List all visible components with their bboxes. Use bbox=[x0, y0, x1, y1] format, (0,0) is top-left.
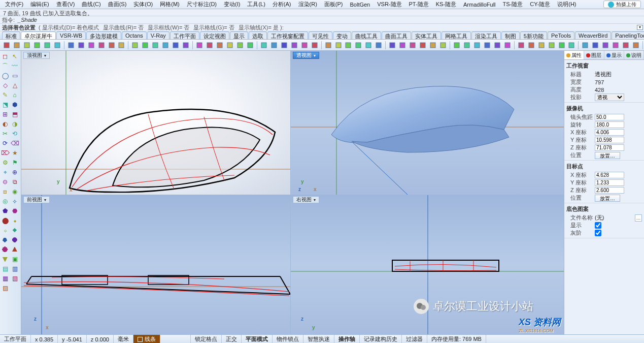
prop-lens-input[interactable] bbox=[595, 114, 624, 120]
upload-button[interactable]: 拍摄上传 bbox=[603, 1, 641, 8]
toolbar-btn-24[interactable] bbox=[259, 41, 268, 50]
toolbar-btn-45[interactable] bbox=[483, 41, 492, 50]
viewport-persp-title[interactable]: 透视图▾ bbox=[293, 52, 319, 59]
toolbar-btn-15[interactable] bbox=[161, 41, 170, 50]
toolbar-btn-47[interactable] bbox=[503, 41, 512, 50]
left-tool-37[interactable]: ⯁ bbox=[10, 226, 19, 235]
toolbar-btn-28[interactable] bbox=[300, 41, 309, 50]
menu-ts[interactable]: TS-随意 bbox=[500, 0, 526, 9]
tab-rendertools[interactable]: 渲染工具 bbox=[471, 32, 501, 39]
left-tool-47[interactable]: ▧ bbox=[10, 274, 19, 283]
left-tool-12[interactable]: ⊞ bbox=[1, 110, 10, 119]
menu-panel[interactable]: 面板(P) bbox=[321, 0, 346, 9]
cmd-dropdown-icon[interactable]: ▾ bbox=[637, 25, 643, 30]
tab-cplane[interactable]: 工作平面 bbox=[170, 32, 199, 39]
tab-curvetools[interactable]: 曲线工具 bbox=[352, 32, 381, 39]
left-tool-29[interactable]: ◉ bbox=[10, 187, 19, 196]
tab-surftools[interactable]: 曲面工具 bbox=[382, 32, 411, 39]
left-tool-16[interactable]: ✂ bbox=[1, 129, 10, 138]
toolbar-btn-35[interactable] bbox=[374, 41, 383, 50]
status-layer[interactable]: 线条 bbox=[133, 335, 160, 343]
file-browse-button[interactable]: … bbox=[635, 214, 642, 222]
toolbar-btn-32[interactable] bbox=[344, 41, 353, 50]
tab-vray[interactable]: V-Ray bbox=[147, 32, 170, 39]
menu-render[interactable]: 渲染(R) bbox=[295, 0, 320, 9]
menu-pt[interactable]: PT-随意 bbox=[406, 0, 432, 9]
toolbar-btn-19[interactable] bbox=[205, 41, 214, 50]
menu-surface[interactable]: 曲面(S) bbox=[105, 0, 130, 9]
tab-solidtools[interactable]: 实体工具 bbox=[412, 32, 441, 39]
command-line-1[interactable]: 指令: _Shade bbox=[0, 16, 644, 24]
prop-tx-input[interactable] bbox=[595, 172, 624, 178]
left-tool-7[interactable]: △ bbox=[10, 81, 19, 90]
toolbar-btn-13[interactable] bbox=[141, 41, 150, 50]
status-smarttrack[interactable]: 智慧执迷 bbox=[303, 335, 334, 343]
prop-cz-input[interactable] bbox=[595, 144, 624, 151]
dropdown-icon[interactable]: ▾ bbox=[314, 53, 316, 58]
toolbar-btn-17[interactable] bbox=[181, 41, 190, 50]
toolbar-btn-40[interactable] bbox=[428, 41, 437, 50]
toolbar-btn-42[interactable] bbox=[452, 41, 461, 50]
dropdown-icon[interactable]: ▾ bbox=[44, 53, 46, 58]
left-tool-25[interactable]: ⊕ bbox=[10, 168, 19, 177]
toolbar-btn-4[interactable] bbox=[43, 41, 52, 50]
tab-visibility[interactable]: 可见性 bbox=[309, 32, 332, 39]
menu-vsr[interactable]: VSR-随意 bbox=[374, 0, 404, 9]
toolbar-btn-56[interactable] bbox=[601, 41, 610, 50]
toolbar-btn-58[interactable] bbox=[621, 41, 630, 50]
toolbar-btn-57[interactable] bbox=[611, 41, 620, 50]
left-tool-4[interactable]: ◯ bbox=[1, 71, 10, 80]
toolbar-btn-21[interactable] bbox=[225, 41, 234, 50]
command-line-2[interactable]: 选择着色设置 ( 显示模式(D)= 着色模式显示曲线(R)= 否显示框线(W)=… bbox=[0, 24, 644, 32]
toolbar-btn-59[interactable] bbox=[631, 41, 640, 50]
toolbar-btn-2[interactable] bbox=[22, 41, 31, 50]
menu-edit[interactable]: 编辑(E) bbox=[27, 0, 52, 9]
left-tool-17[interactable]: ⟲ bbox=[10, 129, 19, 138]
left-tool-3[interactable]: 〰 bbox=[10, 61, 19, 71]
left-tool-21[interactable]: ★ bbox=[10, 148, 19, 158]
left-tool-39[interactable]: ⯃ bbox=[10, 235, 19, 244]
left-tool-30[interactable]: ◎ bbox=[1, 197, 10, 206]
viewport-front[interactable]: 前视图▾ z x bbox=[21, 195, 290, 334]
tab-paneling[interactable]: PanelingTools bbox=[612, 32, 644, 39]
toolbar-btn-43[interactable] bbox=[462, 41, 471, 50]
target-place-button[interactable]: 放置… bbox=[595, 195, 620, 202]
left-tool-45[interactable]: ▥ bbox=[10, 264, 19, 273]
left-tool-41[interactable]: ⯅ bbox=[10, 245, 19, 254]
tab-weaverbird[interactable]: WeaverBird bbox=[575, 32, 611, 39]
left-tool-44[interactable]: ▤ bbox=[1, 264, 10, 273]
left-tool-10[interactable]: ⬔ bbox=[1, 100, 10, 109]
left-tool-9[interactable]: ⌂ bbox=[10, 90, 19, 100]
left-tool-36[interactable]: ⬦ bbox=[1, 226, 10, 235]
left-tool-27[interactable]: ⧉ bbox=[10, 177, 19, 186]
status-osnap[interactable]: 物件锁点 bbox=[273, 335, 303, 343]
status-filter[interactable]: 过滤器 bbox=[402, 335, 427, 343]
toolbar-btn-52[interactable] bbox=[557, 41, 566, 50]
tab-petools[interactable]: PeTools bbox=[548, 32, 574, 39]
tab-zhuoermou[interactable]: 卓尔谋犀牛 bbox=[21, 32, 56, 39]
toolbar-btn-46[interactable] bbox=[493, 41, 502, 50]
status-cplane[interactable]: 工作平面 bbox=[0, 335, 31, 343]
toolbar-btn-8[interactable] bbox=[87, 41, 96, 50]
left-tool-20[interactable]: ⌦ bbox=[1, 148, 10, 158]
toolbar-btn-48[interactable] bbox=[517, 41, 526, 50]
left-tool-2[interactable]: ⌒ bbox=[1, 61, 10, 71]
left-tool-22[interactable]: ⚙ bbox=[1, 158, 10, 167]
toolbar-btn-5[interactable] bbox=[53, 41, 62, 50]
dropdown-icon[interactable]: ▾ bbox=[44, 198, 46, 202]
dropdown-icon[interactable]: ▾ bbox=[314, 198, 316, 202]
status-gumball[interactable]: 操作轴 bbox=[334, 335, 360, 343]
cam-place-button[interactable]: 放置… bbox=[595, 152, 620, 159]
toolbar-btn-31[interactable] bbox=[334, 41, 343, 50]
toolbar-btn-29[interactable] bbox=[310, 41, 319, 50]
viewport-top-title[interactable]: 顶视图▾ bbox=[23, 52, 50, 59]
tab-standard[interactable]: 标准 bbox=[2, 32, 20, 39]
left-tool-48[interactable]: ▨ bbox=[1, 284, 10, 293]
left-tool-13[interactable]: ⬒ bbox=[10, 110, 19, 119]
toolbar-btn-23[interactable] bbox=[246, 41, 255, 50]
toolbar-btn-37[interactable] bbox=[398, 41, 407, 50]
status-planar[interactable]: 平面模式 bbox=[242, 335, 273, 343]
menu-analyze[interactable]: 分析(A) bbox=[269, 0, 294, 9]
status-record[interactable]: 记录建构历史 bbox=[360, 335, 402, 343]
left-tool-32[interactable]: ⬟ bbox=[1, 206, 10, 215]
